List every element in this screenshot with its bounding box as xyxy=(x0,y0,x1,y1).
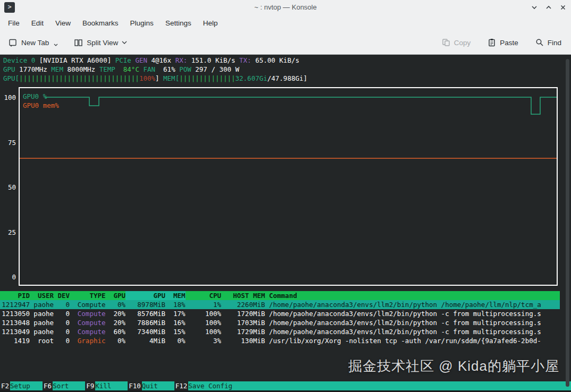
col-header[interactable]: Command xyxy=(265,291,560,300)
process-cell: 1729MiB xyxy=(221,327,265,336)
legend-item: GPU0 mem% xyxy=(23,101,59,110)
col-header[interactable]: GPU xyxy=(106,291,126,300)
process-cell: 7886MiB xyxy=(125,318,165,327)
copy-icon xyxy=(442,38,450,47)
fkey-action-save-config[interactable]: Save Config xyxy=(188,381,571,390)
process-cell: 100% xyxy=(186,318,222,327)
fkey-action-sort[interactable]: Sort xyxy=(53,381,85,390)
split-view-icon xyxy=(74,38,83,47)
window-title: ~ : nvtop — Konsole xyxy=(0,0,571,15)
process-cell: /home/paohe/anaconda3/envs/llm2/bin/pyth… xyxy=(265,327,560,336)
paste-button[interactable]: Paste xyxy=(483,35,523,50)
menubar: FileEditViewBookmarksPluginsSettingsHelp xyxy=(0,15,571,31)
copy-label: Copy xyxy=(454,39,471,47)
toolbar: New Tab Split View Copy Paste xyxy=(0,31,571,55)
search-icon xyxy=(535,38,544,47)
fkey-f2: F2 xyxy=(0,381,10,390)
process-cell: 0% xyxy=(165,336,186,345)
fkey-f9: F9 xyxy=(85,381,95,390)
col-header[interactable]: MEM xyxy=(165,291,186,300)
menu-file[interactable]: File xyxy=(2,19,26,27)
process-row[interactable]: 1212947paohe0Compute0%8978MiB18%1%2260Mi… xyxy=(0,300,560,309)
process-cell: 20% xyxy=(106,309,126,318)
y-tick-label: 0 xyxy=(0,272,16,282)
col-header[interactable]: TYPE xyxy=(70,291,106,300)
process-cell: Graphic xyxy=(70,336,106,345)
process-cell: 0% xyxy=(106,300,126,309)
minimize-icon[interactable] xyxy=(531,4,538,11)
process-cell: root xyxy=(30,336,54,345)
chevron-down-icon xyxy=(122,41,127,44)
process-cell: 3% xyxy=(186,336,222,345)
process-cell: 0 xyxy=(54,309,70,318)
titlebar[interactable]: > ~ : nvtop — Konsole xyxy=(0,0,571,15)
fkey-action-quit[interactable]: Quit xyxy=(142,381,174,390)
process-cell: 1720MiB xyxy=(221,309,265,318)
col-header[interactable]: HOST MEM xyxy=(221,291,265,300)
process-row[interactable]: 1213050paohe0Compute20%8576MiB17%100%172… xyxy=(0,309,560,318)
process-row[interactable]: 1213048paohe0Compute20%7886MiB16%100%170… xyxy=(0,318,560,327)
gpu-info-lines: Device 0 [NVIDIA RTX A6000] PCIe GEN 4@1… xyxy=(3,56,307,83)
col-header[interactable]: GPU xyxy=(125,291,165,300)
process-cell: 18% xyxy=(165,300,186,309)
split-view-button[interactable]: Split View xyxy=(70,35,131,50)
y-tick-label: 50 xyxy=(0,183,16,192)
process-cell: /home/paohe/anaconda3/envs/llm2/bin/pyth… xyxy=(265,300,560,309)
process-cell: 0 xyxy=(54,318,70,327)
chevron-down-icon xyxy=(54,44,58,46)
process-cell: 130MiB xyxy=(221,336,265,345)
col-header[interactable]: CPU xyxy=(186,291,222,300)
process-cell: 0% xyxy=(106,336,126,345)
process-cell: 16% xyxy=(165,318,186,327)
split-view-label: Split View xyxy=(87,39,118,47)
new-tab-label: New Tab xyxy=(21,39,49,47)
y-tick-label: 25 xyxy=(0,228,16,237)
process-cell: 4MiB xyxy=(125,336,165,345)
menu-bookmarks[interactable]: Bookmarks xyxy=(77,19,124,27)
process-cell: 7340MiB xyxy=(125,327,165,336)
process-cell: 1213049 xyxy=(0,327,30,336)
legend-item: GPU0 % xyxy=(23,92,47,101)
new-tab-icon xyxy=(9,38,18,47)
process-cell: /home/paohe/anaconda3/envs/llm2/bin/pyth… xyxy=(265,318,560,327)
menu-settings[interactable]: Settings xyxy=(159,19,197,27)
process-cell: paohe xyxy=(30,309,54,318)
fkey-f6: F6 xyxy=(43,381,53,390)
fkey-action-kill[interactable]: Kill xyxy=(95,381,128,390)
process-cell: Compute xyxy=(70,327,106,336)
close-icon[interactable] xyxy=(559,4,567,11)
copy-button[interactable]: Copy xyxy=(438,35,475,50)
process-cell: 8978MiB xyxy=(125,300,165,309)
process-cell: 8576MiB xyxy=(125,309,165,318)
process-cell: /usr/lib/xorg/Xorg -nolisten tcp -auth /… xyxy=(265,336,560,345)
col-header[interactable]: DEV xyxy=(54,291,70,300)
col-header[interactable]: USER xyxy=(30,291,54,300)
menu-plugins[interactable]: Plugins xyxy=(124,19,159,27)
process-cell: 1703MiB xyxy=(221,318,265,327)
process-cell: Compute xyxy=(70,309,106,318)
y-tick-label: 75 xyxy=(0,138,16,147)
process-cell: Compute xyxy=(70,318,106,327)
process-cell: Compute xyxy=(70,300,106,309)
process-row[interactable]: 1213049paohe0Compute60%7340MiB15%100%172… xyxy=(0,327,560,336)
fkey-action-setup[interactable]: Setup xyxy=(10,381,43,390)
menu-view[interactable]: View xyxy=(49,19,77,27)
maximize-icon[interactable] xyxy=(545,4,552,11)
find-button[interactable]: Find xyxy=(531,35,566,50)
process-row[interactable]: 1419root0Graphic0%4MiB0%3%130MiB/usr/lib… xyxy=(0,336,560,345)
terminal-text-line: Device 0 [NVIDIA RTX A6000] PCIe GEN 4@1… xyxy=(3,56,307,65)
menu-help[interactable]: Help xyxy=(197,19,224,27)
process-cell: 100% xyxy=(186,327,222,336)
fkey-f10: F10 xyxy=(128,381,142,390)
process-cell: 0 xyxy=(54,336,70,345)
menu-edit[interactable]: Edit xyxy=(26,19,49,27)
process-cell: 2260MiB xyxy=(221,300,265,309)
terminal-view[interactable]: Device 0 [NVIDIA RTX A6000] PCIe GEN 4@1… xyxy=(0,55,571,392)
y-tick-label: 100 xyxy=(0,93,16,102)
process-cell: 1419 xyxy=(0,336,30,345)
process-cell: 0 xyxy=(54,300,70,309)
scrollbar[interactable] xyxy=(566,59,569,387)
col-header[interactable]: PID xyxy=(0,291,30,300)
new-tab-button[interactable]: New Tab xyxy=(4,35,62,50)
process-cell: 1213048 xyxy=(0,318,30,327)
